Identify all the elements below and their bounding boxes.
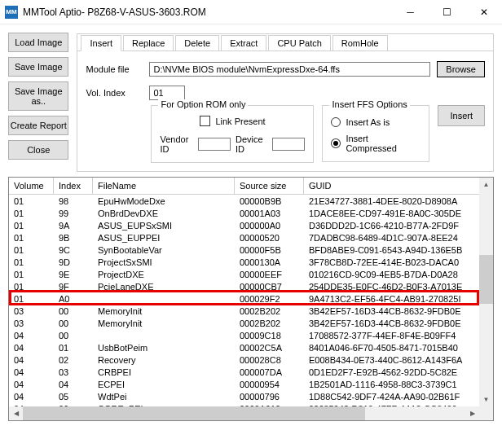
cell: ECPEI (93, 380, 235, 389)
cell: 254DDE35-E0FC-46D2-B0F3-A7013E (304, 282, 493, 292)
cell: 01 (9, 282, 54, 292)
vendor-id-input[interactable] (198, 138, 231, 151)
table-row[interactable]: 0403CRBPEI000007DA0D1ED2F7-E92B-4562-92D… (9, 366, 493, 378)
cell: 9A4713C2-EF56-4FC4-AB91-270825I (304, 294, 493, 304)
cell: 01 (9, 257, 54, 267)
table-row[interactable]: 019CSynBootableVar00000F5BBFD8ABE9-C091-… (9, 244, 493, 256)
cell: OnBrdDevDXE (93, 209, 235, 218)
cell: 01 (9, 209, 54, 218)
cell: 000028C8 (235, 355, 304, 365)
table-row[interactable]: 0402Recovery000028C8E008B434-0E73-440C-8… (9, 354, 493, 366)
link-present-checkbox[interactable] (200, 116, 210, 126)
table-row[interactable]: 019AASUS_EUPSxSMI000000A0D36DDD2D-1C66-4… (9, 219, 493, 231)
cell: 1DACE8EE-CD97-491E-8A0C-305DE (304, 209, 493, 218)
list-body[interactable]: 0198EpuHwModeDxe00000B9B21E34727-3881-4D… (9, 195, 493, 420)
insert-compressed-radio[interactable]: Insert Compressed (331, 134, 421, 153)
table-row[interactable]: 0198EpuHwModeDxe00000B9B21E34727-3881-4D… (9, 195, 493, 207)
vol-index-input[interactable] (149, 86, 185, 100)
browse-button[interactable]: Browse (437, 61, 485, 77)
cell: 03 (9, 306, 54, 316)
table-row[interactable]: 019DProjectSxSMI0000130A3F78CB8D-72EE-41… (9, 256, 493, 268)
scroll-thumb-h[interactable] (23, 406, 365, 420)
cell: 0002B202 (235, 306, 304, 316)
cell: 0002B202 (235, 318, 304, 328)
cell: 04 (9, 331, 54, 340)
cell: 00000EEF (235, 270, 304, 279)
cell: 04 (9, 367, 54, 377)
client-area: Load Image Save Image Save Image as.. Cr… (0, 24, 502, 175)
maximize-button[interactable]: ☐ (429, 0, 465, 24)
save-image-button[interactable]: Save Image (8, 57, 68, 77)
cell: 01 (9, 245, 54, 255)
vertical-scrollbar[interactable]: ▲ ▼ (479, 178, 493, 406)
cell: ProjectSxSMI (93, 257, 235, 267)
tab-replace[interactable]: Replace (123, 35, 174, 51)
cell: 9A (54, 221, 93, 231)
table-row[interactable]: 0401UsbBotPeim00002C5A8401A046-6F70-4505… (9, 341, 493, 354)
create-report-button[interactable]: Create Report (8, 116, 68, 135)
col-volume[interactable]: Volume (9, 178, 54, 194)
cell: 3F78CB8D-72EE-414E-B023-DACA0 (304, 257, 493, 267)
minimize-button[interactable]: ─ (392, 0, 429, 24)
insert-as-is-radio[interactable]: Insert As is (331, 117, 421, 127)
tab-extract[interactable]: Extract (221, 35, 266, 51)
cell: PcieLaneDXE (93, 282, 235, 292)
cell: 04 (9, 392, 54, 402)
insert-button[interactable]: Insert (438, 105, 485, 126)
device-id-input[interactable] (272, 138, 305, 151)
scroll-up-icon[interactable]: ▲ (479, 178, 493, 191)
cell: 98 (54, 196, 93, 206)
cell: 00009C18 (235, 331, 304, 340)
close-button[interactable]: Close (8, 140, 68, 160)
window-buttons: ─ ☐ ✕ (392, 0, 502, 24)
scroll-thumb-v[interactable] (479, 255, 493, 304)
module-file-input[interactable] (149, 62, 430, 77)
tab-delete[interactable]: Delete (175, 35, 219, 51)
horizontal-scrollbar[interactable]: ◀ ▶ (9, 406, 479, 420)
tab-cpu-patch[interactable]: CPU Patch (268, 35, 330, 51)
col-index[interactable]: Index (54, 178, 93, 194)
col-source-size[interactable]: Source size (235, 178, 304, 194)
cell: 01 (9, 196, 54, 206)
option-rom-group: For Option ROM only Link Present Vendor … (151, 105, 314, 163)
scroll-right-icon[interactable]: ▶ (465, 406, 479, 420)
table-row[interactable]: 019BASUS_EUPPEI000005207DADBC98-6489-4D1… (9, 231, 493, 244)
cell: Recovery (93, 355, 235, 365)
table-row[interactable]: 0405WdtPei000007961D88C542-9DF7-424A-AA9… (9, 390, 493, 402)
cell: E008B434-0E73-440C-8612-A143F6A (304, 355, 493, 365)
load-image-button[interactable]: Load Image (8, 33, 68, 52)
col-filename[interactable]: FileName (93, 178, 235, 194)
close-window-button[interactable]: ✕ (465, 0, 502, 24)
cell: 9B (54, 233, 93, 243)
table-row[interactable]: 040000009C1817088572-377F-44EF-8F4E-B09F… (9, 329, 493, 341)
radio-icon (331, 117, 341, 127)
ffs-options-group: Insert FFS Options Insert As is Insert C… (322, 105, 429, 162)
cell: 00000954 (235, 380, 304, 389)
cell: MemoryInit (93, 306, 235, 316)
table-row[interactable]: 0199OnBrdDevDXE00001A031DACE8EE-CD97-491… (9, 207, 493, 219)
scroll-corner (479, 406, 493, 420)
table-row[interactable]: 0404ECPEI000009541B2501AD-1116-4958-88C3… (9, 378, 493, 390)
table-row[interactable]: 0300MemoryInit0002B2023B42EF57-16D3-44CB… (9, 305, 493, 317)
cell: 00000520 (235, 233, 304, 243)
cell: 000000A0 (235, 221, 304, 231)
tab-insert[interactable]: Insert (81, 35, 121, 51)
save-image-as-button[interactable]: Save Image as.. (8, 81, 68, 111)
table-row[interactable]: 019FPcieLaneDXE00000CB7254DDE35-E0FC-46D… (9, 280, 493, 292)
tab-bar: Insert Replace Delete Extract CPU Patch … (77, 34, 493, 51)
vendor-id-label: Vendor ID (160, 134, 193, 154)
table-row[interactable]: 019EProjectDXE00000EEF010216CD-9C09-4EB5… (9, 268, 493, 280)
table-row[interactable]: 0300MemoryInit0002B2023B42EF57-16D3-44CB… (9, 317, 493, 329)
device-id-label: Device ID (236, 134, 267, 154)
tab-rom-hole[interactable]: RomHole (332, 35, 388, 51)
cell: 000007DA (235, 367, 304, 377)
col-guid[interactable]: GUID (304, 178, 493, 194)
table-row[interactable]: 01A0000029F29A4713C2-EF56-4FC4-AB91-2708… (9, 292, 493, 305)
cell: SynBootableVar (93, 245, 235, 255)
cell: 00001A03 (235, 209, 304, 218)
cell: A0 (54, 294, 93, 304)
scroll-left-icon[interactable]: ◀ (9, 406, 23, 420)
scroll-down-icon[interactable]: ▼ (479, 393, 493, 406)
cell: D36DDD2D-1C66-4210-B77A-2FD9F (304, 221, 493, 231)
cell: 3B42EF57-16D3-44CB-8632-9FDB0E (304, 318, 493, 328)
